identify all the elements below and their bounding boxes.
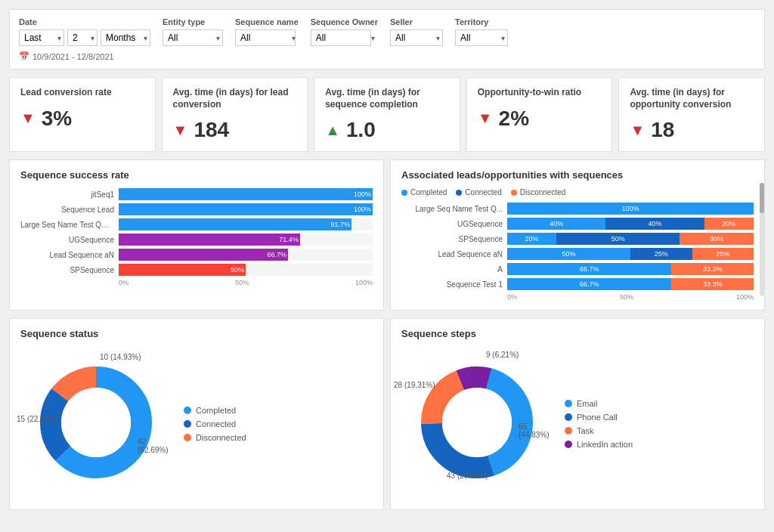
status-label-disconnected: 10 (14.93%) [100, 353, 141, 361]
sequence-owner-wrap: All [311, 29, 378, 46]
bar-fill: 91.7% [119, 218, 351, 230]
stacked-bar-container: 100% [507, 203, 754, 215]
sequence-status-donut-area: 10 (14.93%) 15 (22.39%) 42 (62.69%) Comp… [20, 347, 373, 500]
x-label-50: 50% [235, 279, 249, 286]
date-filter-control: Last 2 Months [19, 29, 150, 46]
stacked-bar-label: Large Seq Name Test Q... [401, 205, 507, 213]
kpi-card-0: Lead conversion rate ▼ 3% [9, 77, 156, 152]
completed-seg: 66.7% [507, 263, 671, 275]
seg-label: 66.7% [580, 280, 599, 288]
territory-label: Territory [455, 17, 508, 26]
stacked-bar-row: Large Seq Name Test Q... 100% [401, 203, 754, 215]
disconnected-seg: 30% [680, 233, 754, 245]
bar-pct: 50% [231, 266, 244, 274]
territory-wrap: All [455, 29, 508, 46]
seller-select[interactable]: All [390, 29, 443, 46]
status-label-completed: 42 (62.69%) [138, 438, 172, 454]
sequence-success-bars: jitSeq1 100% Sequence Lead 100% Large Se… [20, 188, 373, 276]
sequence-owner-filter-group: Sequence Owner All [311, 17, 378, 46]
bar-container: 100% [119, 203, 373, 215]
disconnected-dot [184, 434, 191, 441]
assoc-x-axis: 0% 50% 100% [401, 293, 754, 301]
disconnected-label: Disconnected [196, 433, 246, 442]
territory-select[interactable]: All [455, 29, 508, 46]
entity-type-filter-group: Entity type All [163, 17, 223, 46]
seg-label: 33.3% [703, 280, 723, 288]
seg-label: 50% [562, 250, 575, 258]
bar-label: Large Seq Name Test QQQQQQQQQQ... [20, 221, 119, 229]
bar-pct: 71.4% [279, 236, 299, 243]
connected-label: Connected [196, 419, 236, 428]
x-label-0: 0% [119, 279, 128, 286]
kpi-row: Lead conversion rate ▼ 3% Avg. time (in … [9, 77, 765, 152]
sequence-name-select[interactable]: All [235, 29, 296, 46]
stacked-bar-row: UGSequence 40%40%20% [401, 218, 754, 230]
success-bar-row: UGSequence 71.4% [20, 234, 373, 246]
stacked-bar-label: Sequence Test 1 [401, 280, 507, 289]
steps-label-linkedin: 9 (6.21%) [486, 351, 519, 359]
calendar-icon: 📅 [19, 51, 29, 61]
legend-item: Connected [456, 188, 501, 196]
stacked-bar-container: 66.7%33.3% [507, 278, 754, 290]
bottom-row: Sequence status 10 (14.93%) 15 (22.39%) … [9, 318, 765, 510]
bar-fill: 66.7% [119, 249, 288, 261]
associated-leads-title: Associated leads/opportunities with sequ… [401, 169, 754, 181]
bar-label: Lead Sequence aN [20, 251, 119, 259]
entity-type-select[interactable]: All [163, 29, 223, 46]
success-bar-row: Large Seq Name Test QQQQQQQQQQ... 91.7% [20, 218, 373, 230]
seller-wrap: All [390, 29, 443, 46]
steps-label-phone: 43 (29.66%) [447, 472, 488, 480]
phone-label: Phone Call [577, 413, 618, 422]
scrollbar[interactable] [760, 183, 764, 296]
date-value-select[interactable]: 2 [67, 29, 98, 46]
kpi-number-2: 1.0 [346, 118, 376, 142]
disconnected-seg: 25% [692, 248, 754, 260]
kpi-number-3: 2% [499, 107, 529, 131]
sequence-status-title: Sequence status [20, 328, 373, 339]
completed-label: Completed [196, 406, 236, 415]
trend-down-icon-4: ▼ [630, 122, 645, 139]
steps-legend-email: Email [565, 399, 633, 408]
date-type-select[interactable]: Last [19, 29, 64, 46]
sequence-steps-donut-area: 9 (6.21%) 28 (19.31%) 65 (44.83%) 43 (29… [401, 347, 754, 500]
email-dot [565, 400, 572, 407]
seller-filter-group: Seller All [390, 17, 443, 46]
bar-container: 66.7% [119, 249, 373, 261]
completed-seg: 50% [507, 248, 630, 260]
sequence-name-filter-group: Sequence name All [235, 17, 299, 46]
connected-dot [184, 420, 191, 428]
associated-legend: CompletedConnectedDisconnected [401, 188, 754, 196]
bar-pct: 66.7% [268, 251, 287, 258]
seg-label: 20% [722, 220, 735, 227]
success-x-axis: 0% 50% 100% [20, 279, 373, 286]
trend-up-icon-2: ▲ [325, 122, 340, 139]
date-type-wrap: Last [19, 29, 64, 46]
scrollbar-thumb[interactable] [760, 183, 764, 213]
completed-seg: 66.7% [507, 278, 671, 290]
status-legend-connected: Connected [184, 419, 246, 428]
assoc-x-0: 0% [507, 293, 517, 301]
linkedin-label: LinkedIn action [577, 440, 633, 449]
task-label: Task [577, 426, 594, 435]
stacked-bar-label: Lead Sequence aN [401, 250, 507, 258]
kpi-title-2: Avg. time (in days) for sequence complet… [325, 87, 449, 110]
stacked-bar-label: A [401, 265, 507, 274]
email-label: Email [577, 399, 598, 408]
kpi-value-4: ▼ 18 [630, 118, 754, 142]
sequence-status-donut-wrap: 10 (14.93%) 15 (22.39%) 42 (62.69%) [20, 347, 172, 500]
success-bar-row: Sequence Lead 100% [20, 203, 373, 215]
sequence-success-title: Sequence success rate [20, 169, 373, 181]
bar-label: UGSequence [20, 236, 119, 244]
date-unit-select[interactable]: Months [101, 29, 150, 46]
linkedin-dot [565, 441, 572, 448]
bar-container: 91.7% [119, 218, 373, 230]
completed-seg: 100% [507, 203, 754, 215]
kpi-card-3: Opportunity-to-win ratio ▼ 2% [466, 77, 613, 152]
kpi-number-4: 18 [651, 118, 674, 142]
sequence-owner-select[interactable]: All [311, 29, 371, 46]
date-value-wrap: 2 [67, 29, 98, 46]
success-bar-row: SPSequence 50% [20, 264, 373, 276]
trend-down-icon-1: ▼ [173, 122, 188, 139]
date-range-display: 📅 10/9/2021 - 12/8/2021 [19, 51, 150, 61]
seg-label: 25% [655, 250, 668, 258]
